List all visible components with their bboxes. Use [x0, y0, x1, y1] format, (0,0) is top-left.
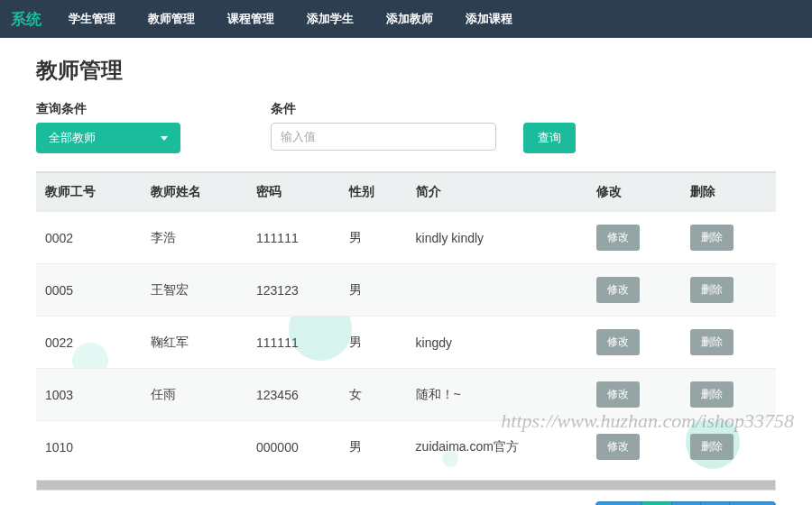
cell-bio: kindly kindly	[407, 212, 587, 264]
cell-pwd: 111111	[247, 212, 340, 264]
cell-name: 李浩	[142, 212, 247, 264]
page-1-button[interactable]: 1	[641, 501, 671, 505]
page-2-button[interactable]: 2	[671, 501, 701, 505]
table-row: 1003任雨123456女随和！~修改删除	[36, 369, 776, 421]
condition-label: 条件	[271, 101, 496, 117]
cell-name: 任雨	[142, 369, 247, 421]
caret-down-icon	[161, 136, 168, 141]
cell-id: 0002	[36, 212, 142, 264]
search-button[interactable]: 查询	[523, 123, 576, 153]
col-gender: 性别	[340, 172, 407, 212]
col-teacher-id: 教师工号	[36, 172, 142, 212]
cell-bio: kingdy	[407, 317, 587, 369]
cell-gender: 男	[340, 264, 407, 317]
cell-id: 0022	[36, 317, 142, 369]
cell-name	[142, 421, 247, 473]
cell-pwd: 123456	[247, 369, 340, 421]
filter-row: 查询条件 全部教师 条件 查询	[36, 101, 776, 153]
nav-add-teacher[interactable]: 添加教师	[370, 0, 449, 38]
edit-button[interactable]: 修改	[596, 225, 640, 251]
cell-pwd: 123123	[247, 264, 340, 317]
cell-id: 1003	[36, 369, 142, 421]
delete-button[interactable]: 删除	[690, 225, 734, 251]
col-password: 密码	[247, 172, 340, 212]
cell-id: 1010	[36, 421, 142, 473]
page-first-button[interactable]: 首页	[595, 501, 642, 505]
edit-button[interactable]: 修改	[596, 277, 640, 303]
cell-gender: 女	[340, 369, 407, 421]
col-teacher-name: 教师姓名	[142, 172, 247, 212]
cell-bio	[407, 264, 587, 317]
col-delete: 删除	[681, 172, 776, 212]
cell-bio: 随和！~	[407, 369, 587, 421]
nav-course-mgmt[interactable]: 课程管理	[211, 0, 291, 38]
nav-add-course[interactable]: 添加课程	[449, 0, 529, 38]
brand-logo: 系统	[0, 9, 52, 30]
page-next-button[interactable]: »	[700, 501, 730, 505]
delete-button[interactable]: 删除	[690, 434, 734, 460]
horizontal-scrollbar[interactable]	[36, 480, 776, 491]
page-title: 教师管理	[36, 56, 776, 85]
scrollbar-thumb[interactable]	[37, 481, 775, 490]
table-row: 0002李浩111111男kindly kindly修改删除	[36, 212, 776, 264]
cell-gender: 男	[340, 317, 407, 369]
col-edit: 修改	[587, 172, 682, 212]
delete-button[interactable]: 删除	[690, 277, 734, 303]
table-row: 0022鞠红军111111男kingdy修改删除	[36, 317, 776, 369]
query-condition-label: 查询条件	[36, 101, 180, 117]
dropdown-value: 全部教师	[49, 130, 96, 146]
teacher-table: 教师工号 教师姓名 密码 性别 简介 修改 删除 0002李浩111111男ki…	[36, 171, 776, 473]
cell-gender: 男	[340, 421, 407, 473]
cell-gender: 男	[340, 212, 407, 264]
top-navbar: 系统 学生管理 教师管理 课程管理 添加学生 添加教师 添加课程	[0, 0, 812, 38]
edit-button[interactable]: 修改	[596, 381, 640, 408]
cell-bio: zuidaima.com官方	[407, 421, 587, 473]
cell-name: 王智宏	[142, 264, 247, 317]
cell-pwd: 111111	[247, 317, 340, 369]
edit-button[interactable]: 修改	[596, 434, 640, 460]
filter-dropdown[interactable]: 全部教师	[36, 123, 180, 153]
edit-button[interactable]: 修改	[596, 329, 640, 355]
cell-pwd: 000000	[247, 421, 340, 473]
table-row: 0005王智宏123123男修改删除	[36, 264, 776, 317]
pagination: 首页 1 2 » 末页	[596, 501, 776, 505]
page-last-button[interactable]: 末页	[729, 501, 776, 505]
cell-id: 0005	[36, 264, 142, 317]
delete-button[interactable]: 删除	[690, 381, 734, 408]
table-row: 1010000000男zuidaima.com官方修改删除	[36, 421, 776, 473]
cell-name: 鞠红军	[142, 317, 247, 369]
col-bio: 简介	[407, 172, 587, 212]
nav-add-student[interactable]: 添加学生	[291, 0, 370, 38]
nav-student-mgmt[interactable]: 学生管理	[52, 0, 132, 38]
delete-button[interactable]: 删除	[690, 329, 734, 355]
condition-input[interactable]	[271, 123, 496, 151]
nav-teacher-mgmt[interactable]: 教师管理	[132, 0, 211, 38]
